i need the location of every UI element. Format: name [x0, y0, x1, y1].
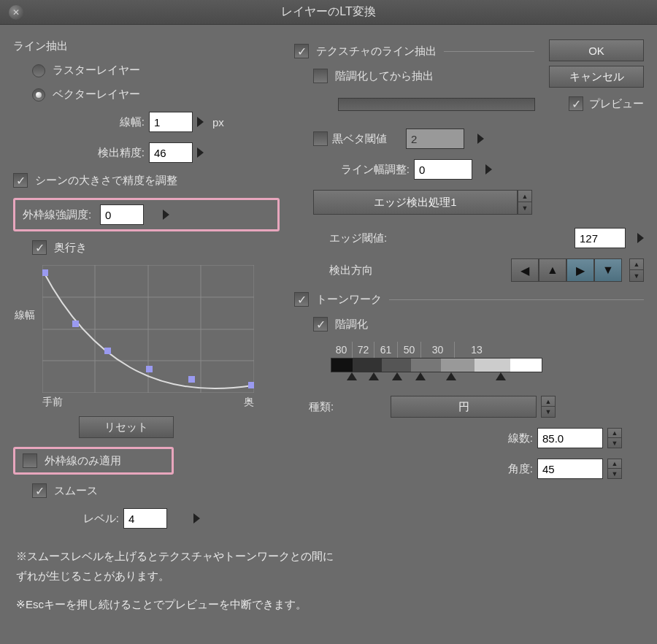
line-width-unit: px	[212, 116, 224, 129]
posterize-before-checkbox[interactable]	[313, 69, 328, 83]
raster-layer-label: ラスターレイヤー	[53, 64, 140, 77]
accuracy-label: 検出精度:	[93, 146, 145, 160]
svg-rect-9	[104, 348, 111, 354]
outline-only-checkbox[interactable]	[23, 453, 37, 468]
posterize-checkbox[interactable]	[313, 317, 328, 331]
depth-checkbox[interactable]	[32, 240, 47, 255]
outline-strength-input[interactable]	[100, 204, 144, 225]
line-width-adj-slider-icon[interactable]	[485, 164, 492, 175]
edge-select-down-icon[interactable]: ▼	[518, 202, 531, 214]
black-threshold-checkbox[interactable]	[313, 131, 328, 146]
progress-bar	[338, 98, 535, 111]
preview-checkbox[interactable]	[569, 96, 583, 111]
posterize-label: 階調化	[335, 318, 368, 331]
type-select[interactable]: 円	[391, 396, 537, 418]
direction-left-button[interactable]: ◀	[511, 258, 539, 282]
edge-threshold-label: エッジ閾値:	[329, 231, 395, 245]
line-width-adj-input[interactable]	[414, 159, 472, 180]
direction-right-button[interactable]: ▶	[566, 258, 594, 282]
type-down-icon[interactable]: ▼	[542, 407, 555, 417]
close-icon[interactable]: ✕	[9, 5, 23, 20]
outline-strength-label: 外枠線強調度:	[23, 208, 96, 222]
svg-rect-12	[248, 382, 254, 388]
svg-rect-11	[188, 376, 195, 383]
graph-y-label: 線幅	[15, 309, 35, 322]
lines-up-icon[interactable]: ▲	[608, 429, 621, 438]
type-label: 種類:	[309, 400, 345, 414]
graph-x-back-label: 奥	[244, 396, 254, 409]
detection-direction-label: 検出方向	[329, 264, 380, 277]
graph-x-front-label: 手前	[42, 396, 63, 409]
svg-rect-7	[42, 269, 48, 276]
outline-strength-highlight: 外枠線強調度:	[13, 198, 280, 231]
black-threshold-slider-icon[interactable]	[477, 134, 484, 144]
line-width-adj-label: ライン幅調整:	[329, 163, 410, 177]
line-width-slider-icon[interactable]	[197, 117, 204, 127]
smooth-checkbox[interactable]	[32, 483, 47, 498]
line-width-label: 線幅:	[93, 115, 145, 129]
edge-select-up-icon[interactable]: ▲	[518, 191, 531, 202]
accuracy-slider-icon[interactable]	[197, 147, 204, 158]
edge-threshold-slider-icon[interactable]	[637, 233, 644, 243]
line-width-input[interactable]	[149, 112, 193, 132]
lines-label: 線数:	[508, 432, 533, 445]
svg-rect-10	[146, 366, 153, 372]
vector-layer-label: ベクターレイヤー	[53, 88, 140, 101]
posterize-before-label: 階調化してから抽出	[335, 69, 434, 83]
depth-curve-graph[interactable]: 線幅	[42, 265, 254, 393]
scene-size-label: シーンの大きさで精度を調整	[35, 174, 177, 188]
black-threshold-label: 黒ベタ閾値	[332, 132, 402, 146]
direction-stepper-up-icon[interactable]: ▲	[630, 259, 643, 270]
raster-layer-radio[interactable]	[32, 64, 45, 77]
window-title: レイヤーのLT変換	[0, 4, 657, 20]
angle-input[interactable]	[537, 459, 603, 479]
black-threshold-input[interactable]	[406, 129, 464, 149]
level-slider-icon[interactable]	[193, 513, 200, 524]
texture-extract-label: テクスチャのライン抽出	[316, 45, 437, 58]
level-input[interactable]	[123, 508, 167, 529]
edge-detection-select[interactable]: エッジ検出処理1	[313, 190, 518, 215]
ok-button[interactable]: OK	[549, 39, 644, 61]
outline-strength-slider-icon[interactable]	[163, 210, 169, 220]
angle-up-icon[interactable]: ▲	[608, 459, 621, 469]
tonework-checkbox[interactable]	[294, 292, 309, 307]
svg-rect-8	[72, 321, 79, 327]
outline-only-label: 外枠線のみ適用	[45, 454, 121, 468]
tone-strip[interactable]: 80 72 61 50 30 13	[331, 342, 644, 383]
scene-size-checkbox[interactable]	[13, 173, 28, 188]
preview-label: プレビュー	[589, 97, 644, 111]
direction-down-button[interactable]: ▼	[594, 258, 622, 282]
type-up-icon[interactable]: ▲	[542, 396, 555, 407]
direction-stepper-down-icon[interactable]: ▼	[630, 270, 643, 281]
smooth-label: スムース	[54, 484, 98, 498]
edge-threshold-input[interactable]	[575, 228, 626, 248]
tonework-label: トーンワーク	[316, 293, 382, 307]
lines-input[interactable]	[537, 428, 603, 448]
footnotes: ※スムースレベルを上げるとテクスチャやトーンワークとの間に ずれが生じることがあ…	[0, 546, 657, 621]
vector-layer-radio[interactable]	[32, 88, 45, 101]
level-label: レベル:	[79, 512, 119, 526]
cancel-button[interactable]: キャンセル	[549, 66, 644, 88]
line-extraction-label: ライン抽出	[13, 39, 280, 53]
reset-button[interactable]: リセット	[79, 416, 174, 438]
titlebar: ✕ レイヤーのLT変換	[0, 0, 657, 25]
depth-label: 奥行き	[54, 241, 87, 255]
angle-label: 角度:	[508, 462, 533, 476]
direction-up-button[interactable]: ▲	[539, 258, 566, 282]
lines-down-icon[interactable]: ▼	[608, 438, 621, 448]
angle-down-icon[interactable]: ▼	[608, 469, 621, 478]
texture-extract-checkbox[interactable]	[294, 44, 309, 58]
outline-only-highlight: 外枠線のみ適用	[13, 447, 174, 475]
accuracy-input[interactable]	[149, 142, 193, 163]
